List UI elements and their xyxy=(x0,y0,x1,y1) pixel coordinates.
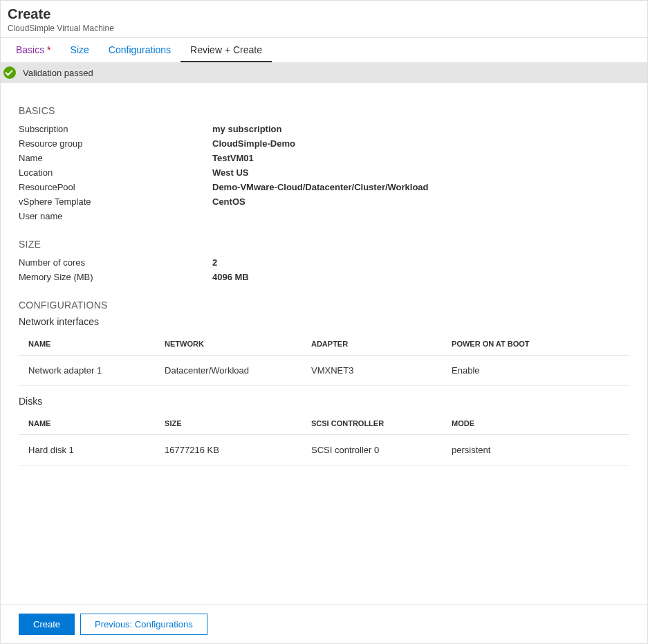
network-interfaces-table: NAME NETWORK ADAPTER POWER ON AT BOOT Ne… xyxy=(19,333,629,386)
cell-disk-size: 16777216 KB xyxy=(159,435,306,466)
col-adapter: ADAPTER xyxy=(306,333,446,356)
tab-size[interactable]: Size xyxy=(61,38,99,62)
cell-nic-network: Datacenter/Workload xyxy=(159,356,306,386)
cell-disk-name: Hard disk 1 xyxy=(19,435,159,466)
section-basics-title: BASICS xyxy=(19,105,629,116)
disks-table: NAME SIZE SCSI CONTROLLER MODE Hard disk… xyxy=(19,412,629,466)
row-location: Location West US xyxy=(19,165,629,180)
subsection-disks-title: Disks xyxy=(19,396,629,407)
success-icon xyxy=(3,66,16,79)
table-header-row: NAME NETWORK ADAPTER POWER ON AT BOOT xyxy=(19,333,629,356)
label-resource-pool: ResourcePool xyxy=(19,182,212,192)
label-name: Name xyxy=(19,153,212,163)
previous-button[interactable]: Previous: Configurations xyxy=(80,614,207,635)
value-memory: 4096 MB xyxy=(212,272,249,282)
cell-nic-name: Network adapter 1 xyxy=(19,356,159,386)
section-size-title: SIZE xyxy=(19,239,629,250)
validation-banner: Validation passed xyxy=(1,62,647,83)
label-location: Location xyxy=(19,167,212,178)
tab-configurations[interactable]: Configurations xyxy=(99,38,180,62)
value-vsphere-template: CentOS xyxy=(212,196,246,207)
wizard-footer: Create Previous: Configurations xyxy=(1,605,647,643)
label-subscription: Subscription xyxy=(19,124,212,134)
row-cores: Number of cores 2 xyxy=(19,255,629,270)
label-memory: Memory Size (MB) xyxy=(19,272,212,282)
col-network: NETWORK xyxy=(159,333,306,356)
value-cores: 2 xyxy=(212,257,217,268)
subsection-network-title: Network interfaces xyxy=(19,316,629,327)
cell-disk-scsi: SCSI controller 0 xyxy=(306,435,446,466)
cell-disk-mode: persistent xyxy=(446,435,629,466)
value-resource-pool: Demo-VMware-Cloud/Datacenter/Cluster/Wor… xyxy=(212,182,429,192)
label-resource-group: Resource group xyxy=(19,138,212,149)
col-disk-size: SIZE xyxy=(159,412,306,435)
value-subscription: my subscription xyxy=(212,124,281,134)
tabs-bar: Basics Size Configurations Review + Crea… xyxy=(1,38,647,62)
review-content: BASICS Subscription my subscription Reso… xyxy=(1,83,647,482)
col-disk-name: NAME xyxy=(19,412,159,435)
row-memory: Memory Size (MB) 4096 MB xyxy=(19,270,629,284)
page-subtitle: CloudSimple Virtual Machine xyxy=(8,24,640,33)
label-cores: Number of cores xyxy=(19,257,212,268)
col-power-on-boot: POWER ON AT BOOT xyxy=(446,333,629,356)
page-header: Create CloudSimple Virtual Machine xyxy=(1,1,647,38)
col-mode: MODE xyxy=(446,412,629,435)
table-row: Hard disk 1 16777216 KB SCSI controller … xyxy=(19,435,629,466)
section-configurations-title: CONFIGURATIONS xyxy=(19,300,629,311)
validation-message: Validation passed xyxy=(23,68,93,78)
create-button[interactable]: Create xyxy=(19,614,75,635)
row-name: Name TestVM01 xyxy=(19,151,629,165)
label-vsphere-template: vSphere Template xyxy=(19,196,212,207)
table-row: Network adapter 1 Datacenter/Workload VM… xyxy=(19,356,629,386)
col-scsi-controller: SCSI CONTROLLER xyxy=(306,412,446,435)
row-vsphere-template: vSphere Template CentOS xyxy=(19,194,629,209)
row-subscription: Subscription my subscription xyxy=(19,122,629,136)
value-resource-group: CloudSimple-Demo xyxy=(212,138,295,149)
table-header-row: NAME SIZE SCSI CONTROLLER MODE xyxy=(19,412,629,435)
row-user-name: User name xyxy=(19,209,629,223)
cell-nic-adapter: VMXNET3 xyxy=(306,356,446,386)
value-location: West US xyxy=(212,167,249,178)
tab-basics[interactable]: Basics xyxy=(6,38,61,62)
value-name: TestVM01 xyxy=(212,153,254,163)
tab-review-create[interactable]: Review + Create xyxy=(180,38,272,62)
cell-nic-boot: Enable xyxy=(446,356,629,386)
row-resource-pool: ResourcePool Demo-VMware-Cloud/Datacente… xyxy=(19,180,629,194)
col-name: NAME xyxy=(19,333,159,356)
page-title: Create xyxy=(8,6,640,22)
row-resource-group: Resource group CloudSimple-Demo xyxy=(19,136,629,151)
label-user-name: User name xyxy=(19,211,212,221)
